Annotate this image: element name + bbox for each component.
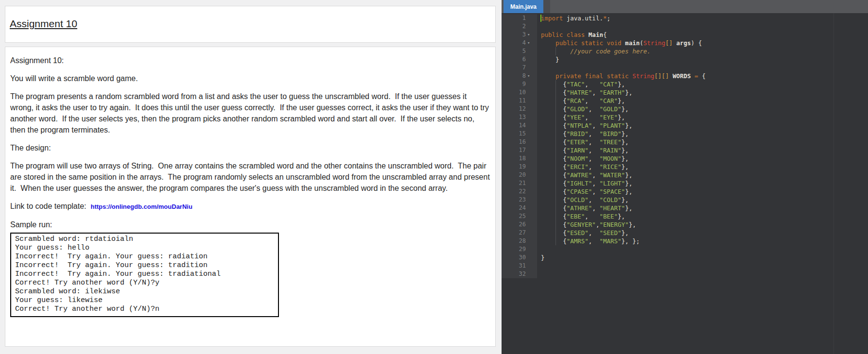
code-line-content[interactable]: {"AWTRE", "WATER"},	[537, 171, 868, 179]
code-line-content[interactable]: import java.util.*;	[537, 14, 868, 22]
code-line-content[interactable]: {"IGHLT", "LIGHT"},	[537, 179, 868, 187]
fold-icon[interactable]: ▾	[526, 39, 537, 47]
code-line[interactable]: 1import java.util.*;	[502, 14, 868, 22]
template-link[interactable]: https://onlinegdb.com/mouDarNiu	[90, 203, 192, 210]
code-line-content[interactable]: {"NTPLA", "PLANT"},	[537, 121, 868, 130]
line-number[interactable]: 30	[502, 253, 537, 262]
line-number[interactable]: 5	[502, 47, 537, 55]
code-line-content[interactable]: private final static String[][] WORDS = …	[537, 72, 868, 80]
code-line-content[interactable]: //your code goes here.	[537, 47, 868, 55]
code-line-content[interactable]: }	[537, 253, 868, 262]
line-number[interactable]: 19	[502, 163, 537, 171]
code-line[interactable]: 29	[502, 245, 868, 253]
line-number[interactable]: 6	[502, 55, 537, 64]
code-line-content[interactable]: {"ATHRE", "HEART"},	[537, 204, 868, 212]
code-line[interactable]: 8▾ private final static String[][] WORDS…	[502, 72, 868, 80]
code-line[interactable]: 28 {"AMRS", "MARS"}, };	[502, 237, 868, 245]
code-line[interactable]: 13 {"YEE", "EYE"},	[502, 113, 868, 121]
line-number[interactable]: 3▾	[502, 31, 537, 39]
line-number[interactable]: 7	[502, 64, 537, 72]
code-line-content[interactable]: {"ETER", "TREE"},	[537, 138, 868, 146]
code-line[interactable]: 30}	[502, 253, 868, 262]
line-number[interactable]: 13	[502, 113, 537, 121]
code-line-content[interactable]: {"GENYER","ENERGY"},	[537, 220, 868, 229]
code-line[interactable]: 10 {"HATRE", "EARTH"},	[502, 88, 868, 97]
code-line-content[interactable]: {"ESED", "SEED"},	[537, 229, 868, 237]
line-number[interactable]: 4▾	[502, 39, 537, 47]
fold-icon[interactable]: ▾	[526, 72, 537, 80]
code-line[interactable]: 18 {"NOOM", "MOON"},	[502, 154, 868, 163]
code-line-content[interactable]: {"GLOD", "GOLD"},	[537, 105, 868, 113]
line-number[interactable]: 25	[502, 212, 537, 220]
code-line[interactable]: 3▾public class Main{	[502, 31, 868, 39]
code-line[interactable]: 4▾ public static void main(String[] args…	[502, 39, 868, 47]
line-number[interactable]: 28	[502, 237, 537, 245]
code-line-content[interactable]: {"RBID", "BIRD"},	[537, 130, 868, 138]
code-line-content[interactable]: {"RCA", "CAR"},	[537, 97, 868, 105]
line-number[interactable]: 17	[502, 146, 537, 154]
code-line[interactable]: 14 {"NTPLA", "PLANT"},	[502, 121, 868, 130]
line-number[interactable]: 20	[502, 171, 537, 179]
line-number[interactable]: 15	[502, 130, 537, 138]
code-line[interactable]: 21 {"IGHLT", "LIGHT"},	[502, 179, 868, 187]
line-number[interactable]: 22	[502, 187, 537, 196]
code-line[interactable]: 22 {"CPASE", "SPACE"},	[502, 187, 868, 196]
line-number[interactable]: 8▾	[502, 72, 537, 80]
code-line[interactable]: 16 {"ETER", "TREE"},	[502, 138, 868, 146]
line-number[interactable]: 31	[502, 262, 537, 270]
code-line-content[interactable]: {"EBE", "BEE"},	[537, 212, 868, 220]
code-line[interactable]: 25 {"EBE", "BEE"},	[502, 212, 868, 220]
tab-main-java[interactable]: Main.java	[503, 0, 543, 13]
line-number[interactable]: 26	[502, 220, 537, 229]
line-number[interactable]: 1	[502, 14, 537, 22]
line-number[interactable]: 23	[502, 196, 537, 204]
code-line[interactable]: 2	[502, 22, 868, 31]
code-line-content[interactable]	[537, 262, 868, 270]
code-line[interactable]: 12 {"GLOD", "GOLD"},	[502, 105, 868, 113]
code-line[interactable]: 32	[502, 270, 868, 278]
line-number[interactable]: 14	[502, 121, 537, 130]
code-line[interactable]: 7	[502, 64, 868, 72]
code-area[interactable]: 1import java.util.*;23▾public class Main…	[502, 13, 868, 354]
code-line[interactable]: 27 {"ESED", "SEED"},	[502, 229, 868, 237]
code-line[interactable]: 26 {"GENYER","ENERGY"},	[502, 220, 868, 229]
code-line-content[interactable]: public static void main(String[] args) {	[537, 39, 868, 47]
line-number[interactable]: 16	[502, 138, 537, 146]
code-line[interactable]: 19 {"ERCI", "RICE"},	[502, 163, 868, 171]
code-line-content[interactable]: {"NOOM", "MOON"},	[537, 154, 868, 163]
code-line-content[interactable]: public class Main{	[537, 31, 868, 39]
code-line-content[interactable]: {"TAC", "CAT"},	[537, 80, 868, 88]
code-line[interactable]: 9 {"TAC", "CAT"},	[502, 80, 868, 88]
line-number[interactable]: 24	[502, 204, 537, 212]
code-line[interactable]: 31	[502, 262, 868, 270]
code-line-content[interactable]: }	[537, 55, 868, 64]
code-line-content[interactable]: {"IARN", "RAIN"},	[537, 146, 868, 154]
fold-icon[interactable]: ▾	[526, 31, 537, 39]
line-number[interactable]: 29	[502, 245, 537, 253]
code-line[interactable]: 20 {"AWTRE", "WATER"},	[502, 171, 868, 179]
code-line[interactable]: 11 {"RCA", "CAR"},	[502, 97, 868, 105]
code-line-content[interactable]: {"ERCI", "RICE"},	[537, 163, 868, 171]
line-number[interactable]: 9	[502, 80, 537, 88]
line-number[interactable]: 21	[502, 179, 537, 187]
line-number[interactable]: 10	[502, 88, 537, 97]
code-line-content[interactable]: {"YEE", "EYE"},	[537, 113, 868, 121]
code-line[interactable]: 15 {"RBID", "BIRD"},	[502, 130, 868, 138]
code-line[interactable]: 17 {"IARN", "RAIN"},	[502, 146, 868, 154]
line-number[interactable]: 18	[502, 154, 537, 163]
line-number[interactable]: 27	[502, 229, 537, 237]
code-line-content[interactable]	[537, 245, 868, 253]
code-line-content[interactable]: {"HATRE", "EARTH"},	[537, 88, 868, 97]
line-number[interactable]: 32	[502, 270, 537, 278]
code-line-content[interactable]	[537, 64, 868, 72]
line-number[interactable]: 11	[502, 97, 537, 105]
code-line[interactable]: 23 {"OCLD", "COLD"},	[502, 196, 868, 204]
line-number[interactable]: 2	[502, 22, 537, 31]
code-line[interactable]: 6 }	[502, 55, 868, 64]
code-line[interactable]: 5 //your code goes here.	[502, 47, 868, 55]
code-line-content[interactable]: {"OCLD", "COLD"},	[537, 196, 868, 204]
code-line-content[interactable]	[537, 270, 868, 278]
code-line-content[interactable]: {"AMRS", "MARS"}, };	[537, 237, 868, 245]
code-line-content[interactable]: {"CPASE", "SPACE"},	[537, 187, 868, 196]
code-line-content[interactable]	[537, 22, 868, 31]
